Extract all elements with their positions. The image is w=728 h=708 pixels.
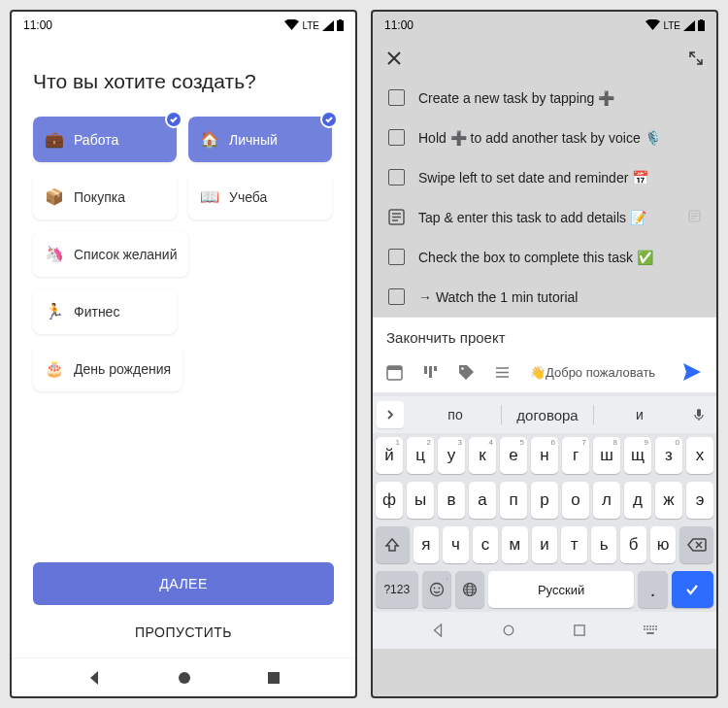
key[interactable]: ю [650,526,677,563]
category-card[interactable]: 📖Учеба [188,174,332,219]
key[interactable]: р [531,482,558,519]
battery-icon [337,19,344,31]
key[interactable]: п [500,482,527,519]
shift-key[interactable] [376,526,410,563]
key[interactable]: э [686,482,713,519]
space-key[interactable]: Русский [488,571,635,608]
suggestion-expand[interactable] [377,401,404,428]
key[interactable]: й1 [376,437,403,474]
task-checkbox[interactable] [388,89,405,106]
sheet-header [373,39,716,78]
send-icon[interactable] [681,361,703,383]
suggestion-1[interactable]: по [410,407,501,422]
key[interactable]: б [620,526,646,563]
category-card[interactable]: 💼Работа [33,117,177,162]
skip-button[interactable]: ПРОПУСТИТЬ [33,613,334,652]
key[interactable]: ф [376,482,403,519]
key[interactable]: е5 [500,437,527,474]
suggestion-2[interactable]: договора [502,407,593,423]
key[interactable]: ы [407,482,434,519]
key[interactable]: у3 [438,437,465,474]
key[interactable]: ш8 [593,437,620,474]
key[interactable]: а [469,482,496,519]
nav-recent-icon[interactable] [574,624,585,636]
emoji-key[interactable]: , [422,571,451,608]
symbols-key[interactable]: ?123 [376,571,418,608]
key[interactable]: д [624,482,651,519]
svg-point-12 [430,584,443,596]
key-hint: 7 [582,438,586,447]
suggestion-3[interactable]: и [594,407,685,422]
key[interactable]: и [532,526,558,563]
key[interactable]: м [502,526,528,563]
category-card[interactable]: 🦄Список желаний [33,231,188,277]
next-button[interactable]: ДАЛЕЕ [33,562,334,605]
task-checkbox[interactable] [388,169,405,185]
key[interactable]: н6 [531,437,558,474]
task-row[interactable]: Tap & enter this task to add details 📝 [377,197,712,237]
category-card[interactable]: 📦Покупка [33,174,177,219]
svg-point-21 [649,625,651,627]
language-key[interactable] [455,571,484,608]
key[interactable]: т [561,526,587,563]
nav-home-icon[interactable] [177,670,192,686]
chip-label: 👋Добро пожаловать [530,365,655,380]
expand-icon[interactable] [689,51,703,65]
key[interactable]: к4 [469,437,496,474]
svg-point-24 [644,628,645,630]
task-checkbox[interactable] [388,249,405,265]
nav-home-icon[interactable] [502,624,515,637]
list-icon[interactable] [494,364,511,381]
task-row[interactable]: Create a new task by tapping ➕ [377,78,712,118]
key[interactable]: я [414,526,440,563]
key[interactable]: щ9 [624,437,651,474]
category-card[interactable]: 🏠Личный [188,117,332,162]
key-hint: , [446,572,447,581]
note-trailing-icon [688,210,701,225]
key[interactable]: х [686,437,713,474]
key[interactable]: ч [443,526,469,563]
key[interactable]: о [562,482,589,519]
key[interactable]: л [593,482,620,519]
svg-point-20 [646,625,648,627]
mic-button[interactable] [685,408,712,421]
backspace-key[interactable] [679,526,713,563]
tag-icon[interactable] [458,364,475,381]
status-icons: LTE [645,19,705,31]
key[interactable]: с [473,526,499,563]
task-row[interactable]: Check the box to complete this task ✅ [377,237,712,277]
enter-key[interactable] [672,571,714,608]
category-card[interactable]: 🏃Фитнес [33,288,177,334]
task-input[interactable]: Закончить проект [373,318,716,355]
key[interactable]: в [438,482,465,519]
task-row[interactable]: → Watch the 1 min tutorial [377,277,712,317]
period-key[interactable]: . [638,571,667,608]
key-row-4: ?123,Русский. [373,567,716,612]
task-checkbox[interactable] [388,288,405,305]
welcome-chip[interactable]: 👋Добро пожаловать [530,365,662,380]
close-icon[interactable] [386,51,402,66]
keyboard: по договора и й1ц2у3к4е5н6г7ш8щ9з0х фыва… [373,392,716,612]
nav-back-icon[interactable] [86,670,102,686]
keyboard-hide-icon[interactable] [643,624,658,636]
status-time: 11:00 [23,18,52,32]
priority-icon[interactable] [422,364,439,381]
nav-back-icon[interactable] [431,624,445,637]
category-card[interactable]: 🎂День рождения [33,346,182,391]
key-hint: 2 [427,438,431,447]
android-nav-bar [373,612,716,649]
date-icon[interactable] [386,364,403,381]
task-checkbox[interactable] [388,129,405,146]
task-row[interactable]: Hold ➕ to add another task by voice 🎙️ [377,118,712,157]
task-row[interactable]: Swipe left to set date and reminder 📅 [377,157,712,197]
category-emoji: 🎂 [45,359,64,378]
category-label: День рождения [74,361,171,377]
key[interactable]: ж [655,482,682,519]
task-text: Check the box to complete this task ✅ [418,250,701,265]
key[interactable]: ь [591,526,617,563]
key[interactable]: ц2 [407,437,434,474]
key[interactable]: з0 [655,437,682,474]
status-bar: 11:00 LTE [12,12,355,39]
key[interactable]: г7 [562,437,589,474]
nav-recent-icon[interactable] [267,671,281,685]
